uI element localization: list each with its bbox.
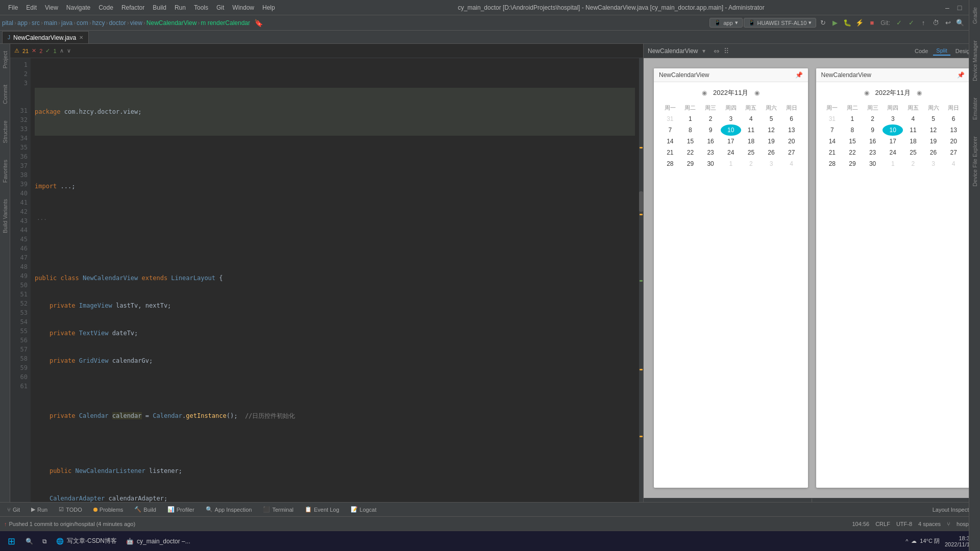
pin-icon-2[interactable]: 📌 — [957, 71, 965, 79]
breadcrumb-src[interactable]: src — [32, 19, 40, 27]
split-view-toggle[interactable]: ⇔ — [714, 47, 720, 55]
cal2-cell-3-6[interactable]: 27 — [943, 147, 964, 158]
panel2-next-month[interactable]: ◉ — [915, 88, 924, 97]
vtab-commit[interactable]: Commit — [1, 82, 9, 107]
cal1-cell-0-5[interactable]: 5 — [761, 113, 781, 124]
menu-code[interactable]: Code — [94, 3, 117, 12]
breadcrumb-hzcy[interactable]: hzcy — [92, 19, 105, 27]
cal1-cell-1-2[interactable]: 9 — [700, 124, 721, 136]
git-history[interactable]: ⏱ — [930, 17, 941, 29]
cal1-cell-3-0[interactable]: 21 — [660, 147, 680, 158]
scrollbar-thumb[interactable] — [639, 191, 643, 212]
cal2-cell-4-1[interactable]: 29 — [842, 158, 863, 169]
cal2-cell-4-3[interactable]: 1 — [883, 158, 903, 169]
indent[interactable]: 4 spaces — [918, 521, 941, 527]
breadcrumb-com[interactable]: com — [77, 19, 88, 27]
git-push[interactable]: ↑ — [918, 17, 929, 29]
menu-window[interactable]: Window — [228, 3, 258, 12]
bottom-tab-problems[interactable]: Problems — [88, 506, 128, 514]
cal2-cell-1-5[interactable]: 12 — [923, 124, 944, 136]
more-options-icon[interactable]: ⠿ — [724, 47, 729, 55]
cal1-cell-4-3[interactable]: 1 — [721, 158, 741, 169]
cal1-cell-4-1[interactable]: 29 — [680, 158, 701, 169]
stop-button[interactable]: ■ — [866, 17, 877, 29]
cal1-cell-1-0[interactable]: 7 — [660, 124, 680, 136]
cal1-cell-4-6[interactable]: 4 — [781, 158, 802, 169]
panel1-prev-month[interactable]: ◉ — [700, 88, 709, 97]
cal1-cell-4-5[interactable]: 3 — [761, 158, 781, 169]
minimize-button[interactable]: – — [943, 4, 951, 12]
menu-view[interactable]: View — [41, 3, 62, 12]
up-icon[interactable]: ∧ — [60, 47, 64, 54]
breadcrumb-java[interactable]: java — [61, 19, 72, 27]
cal2-cell-4-5[interactable]: 3 — [923, 158, 944, 169]
push-message[interactable]: Pushed 1 commit to origin/hospital (4 mi… — [9, 521, 136, 527]
cal2-cell-1-6[interactable]: 13 — [943, 124, 964, 136]
cal2-cell-3-4[interactable]: 25 — [903, 147, 923, 158]
bottom-tab-run[interactable]: ▶ Run — [26, 505, 53, 514]
preview-resize-handle[interactable]: ⁞ — [644, 498, 980, 502]
cal2-cell-0-0[interactable]: 31 — [822, 113, 843, 124]
cal1-cell-0-3[interactable]: 3 — [721, 113, 741, 124]
app-dropdown[interactable]: 📱 app ▾ — [709, 18, 742, 28]
code-editor[interactable]: package com.hzcy.doctor.view; import ...… — [31, 58, 639, 502]
cal2-cell-3-2[interactable]: 23 — [863, 147, 883, 158]
cal2-cell-0-1[interactable]: 1 — [842, 113, 863, 124]
cal1-cell-3-4[interactable]: 25 — [741, 147, 762, 158]
tab-close-button[interactable]: ✕ — [79, 35, 83, 40]
cal1-cell-2-6[interactable]: 20 — [781, 136, 802, 147]
cal1-cell-2-4[interactable]: 18 — [741, 136, 762, 147]
taskbar-taskview[interactable]: ⧉ — [38, 532, 51, 550]
cal2-cell-1-0[interactable]: 7 — [822, 124, 843, 136]
git-update[interactable]: ✓ — [893, 17, 904, 29]
cal1-cell-1-6[interactable]: 13 — [781, 124, 802, 136]
split-view-button[interactable]: Split — [933, 46, 950, 56]
panel2-prev-month[interactable]: ◉ — [862, 88, 871, 97]
breadcrumb-newcalendarview[interactable]: NewCalendarView — [146, 19, 197, 27]
cal1-cell-0-2[interactable]: 2 — [700, 113, 721, 124]
breadcrumb-pital[interactable]: pital — [2, 19, 13, 27]
cal2-cell-2-0[interactable]: 14 — [822, 136, 843, 147]
menu-help[interactable]: Help — [258, 3, 279, 12]
cal1-cell-3-5[interactable]: 26 — [761, 147, 781, 158]
menu-edit[interactable]: Edit — [22, 3, 41, 12]
bottom-tab-terminal[interactable]: ⬛ Terminal — [258, 505, 299, 514]
charset[interactable]: UTF-8 — [896, 521, 912, 527]
cal2-cell-0-2[interactable]: 2 — [863, 113, 883, 124]
vtab-buildvariants[interactable]: Build Variants — [1, 196, 9, 236]
vtab-structure[interactable]: Structure — [1, 117, 9, 146]
vtab-favorites[interactable]: Favorites — [1, 157, 9, 186]
debug-button[interactable]: 🐛 — [842, 17, 853, 29]
tray-expand[interactable]: ^ — [905, 538, 908, 544]
vtab-project[interactable]: Project — [1, 48, 9, 71]
cal2-cell-1-4[interactable]: 11 — [903, 124, 923, 136]
run-button[interactable]: ▶ — [829, 17, 841, 29]
cal2-cell-2-4[interactable]: 18 — [903, 136, 923, 147]
cal2-cell-2-2[interactable]: 16 — [863, 136, 883, 147]
menu-refactor[interactable]: Refactor — [117, 3, 149, 12]
cal2-cell-1-1[interactable]: 8 — [842, 124, 863, 136]
cal1-today[interactable]: 10 — [721, 124, 741, 136]
cal2-cell-2-6[interactable]: 20 — [943, 136, 964, 147]
cal2-cell-0-4[interactable]: 4 — [903, 113, 923, 124]
cal1-cell-0-4[interactable]: 4 — [741, 113, 762, 124]
cal2-cell-0-3[interactable]: 3 — [883, 113, 903, 124]
vtab-device-file[interactable]: Device File Explorer — [971, 133, 979, 189]
cal1-cell-3-2[interactable]: 23 — [700, 147, 721, 158]
bottom-tab-logcat[interactable]: 📝 Logcat — [346, 505, 382, 514]
bottom-tab-todo[interactable]: ☑ TODO — [54, 505, 87, 514]
cal1-cell-3-3[interactable]: 24 — [721, 147, 741, 158]
start-button[interactable]: ⊞ — [2, 532, 20, 550]
menu-tools[interactable]: Tools — [190, 3, 212, 12]
line-ending[interactable]: CRLF — [875, 521, 890, 527]
code-view-button[interactable]: Code — [912, 47, 931, 55]
vtab-gradle[interactable]: Gradle — [971, 4, 979, 27]
cal1-cell-0-6[interactable]: 6 — [781, 113, 802, 124]
cal1-cell-2-3[interactable]: 17 — [721, 136, 741, 147]
taskbar-browser[interactable]: 🌐 写文章-CSDN博客 — [52, 532, 121, 550]
cal2-today[interactable]: 10 — [883, 124, 903, 136]
cal2-cell-2-3[interactable]: 17 — [883, 136, 903, 147]
cal2-cell-4-6[interactable]: 4 — [943, 158, 964, 169]
menu-run[interactable]: Run — [170, 3, 190, 12]
cal2-cell-3-0[interactable]: 21 — [822, 147, 843, 158]
